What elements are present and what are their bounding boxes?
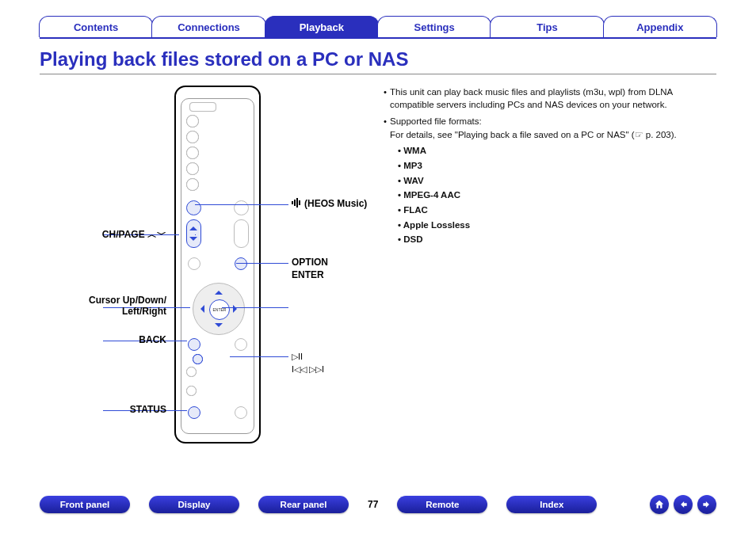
cursor-up-icon xyxy=(215,287,223,295)
cursor-down-icon xyxy=(215,323,223,331)
format-item: MP3 xyxy=(398,159,716,173)
cursor-left-icon xyxy=(197,305,204,313)
volume-rocker xyxy=(234,219,249,248)
notes-column: •This unit can play back music files and… xyxy=(380,86,716,450)
svg-rect-0 xyxy=(292,201,293,204)
callout-line xyxy=(230,356,288,357)
svg-rect-2 xyxy=(296,198,298,207)
tab-contents[interactable]: Contents xyxy=(39,16,153,37)
play-pause-icon: ▷II xyxy=(292,352,303,362)
status-button xyxy=(188,406,200,419)
grey-button xyxy=(188,257,200,270)
callout-status: STATUS xyxy=(40,404,166,415)
callout-back: BACK xyxy=(40,334,166,345)
bullet-item: •Supported file formats:For details, see… xyxy=(380,115,716,141)
remote-inner: ENTER xyxy=(181,98,254,434)
grey-button xyxy=(186,178,199,191)
link-display[interactable]: Display xyxy=(149,496,239,513)
link-remote[interactable]: Remote xyxy=(397,496,487,513)
prev-next-icon: I◁◁ ▷▷I xyxy=(292,364,324,375)
svg-rect-1 xyxy=(294,200,296,206)
heos-icon xyxy=(292,198,301,210)
enter-button: ENTER xyxy=(209,299,230,320)
ch-page-rocker xyxy=(186,219,201,248)
callout-option: OPTION xyxy=(292,257,328,268)
number-button xyxy=(186,386,197,396)
chevron-up-icon: ︿﹀ xyxy=(147,229,166,240)
callout-line xyxy=(195,204,288,205)
grey-button xyxy=(186,147,199,159)
link-front-panel[interactable]: Front panel xyxy=(40,496,130,513)
svg-rect-3 xyxy=(299,200,300,205)
callout-line xyxy=(195,234,196,235)
format-list: WMA MP3 WAV MPEG-4 AAC FLAC Apple Lossle… xyxy=(398,144,716,246)
format-item: MPEG-4 AAC xyxy=(398,188,716,202)
prev-page-button[interactable] xyxy=(674,495,693,514)
arrow-left-icon xyxy=(678,499,689,510)
remote-outline: ENTER xyxy=(174,86,261,444)
arrow-right-icon xyxy=(701,499,712,510)
grey-button xyxy=(186,162,199,175)
grey-button xyxy=(235,406,247,419)
skip-fwd-button xyxy=(193,354,203,364)
remote-diagram-area: ENTER xyxy=(40,86,380,450)
callout-line xyxy=(236,263,288,264)
next-page-button[interactable] xyxy=(697,495,716,514)
link-index[interactable]: Index xyxy=(506,496,597,513)
tab-tips[interactable]: Tips xyxy=(490,16,604,37)
grey-button xyxy=(186,367,197,377)
callout-line xyxy=(222,307,288,308)
callout-enter: ENTER xyxy=(292,269,324,280)
zone-button xyxy=(189,102,216,112)
top-tabs: Contents Connections Playback Settings T… xyxy=(0,0,756,37)
grey-button xyxy=(186,131,199,143)
format-item: WMA xyxy=(398,144,716,158)
grey-button xyxy=(235,338,247,351)
callout-chpage: CH/PAGE ︿﹀ xyxy=(40,228,166,242)
home-button[interactable] xyxy=(650,495,669,514)
tab-connections[interactable]: Connections xyxy=(151,16,265,37)
link-rear-panel[interactable]: Rear panel xyxy=(258,496,349,513)
grey-button xyxy=(234,200,249,215)
back-button xyxy=(188,338,200,351)
callout-heos: (HEOS Music) xyxy=(292,198,367,210)
page-number: 77 xyxy=(368,499,378,510)
tab-playback[interactable]: Playback xyxy=(265,16,379,37)
format-item: Apple Lossless xyxy=(398,219,716,232)
tab-appendix[interactable]: Appendix xyxy=(603,16,717,37)
tab-settings[interactable]: Settings xyxy=(377,16,491,37)
format-item: FLAC xyxy=(398,204,716,217)
format-item: WAV xyxy=(398,174,716,188)
heos-music-button xyxy=(186,200,201,215)
cursor-dpad: ENTER xyxy=(193,283,245,335)
bottom-nav: Front panel Display Rear panel 77 Remote… xyxy=(40,495,716,514)
title-rule xyxy=(40,74,716,74)
cursor-right-icon xyxy=(233,305,241,313)
page-title: Playing back files stored on a PC or NAS xyxy=(40,48,716,70)
format-item: DSD xyxy=(398,233,716,246)
tab-underline xyxy=(40,37,716,39)
home-icon xyxy=(654,499,665,510)
bullet-item: •This unit can play back music files and… xyxy=(380,86,716,112)
grey-button xyxy=(186,115,199,128)
callout-cursor: Cursor Up/Down/ Left/Right xyxy=(40,295,166,317)
